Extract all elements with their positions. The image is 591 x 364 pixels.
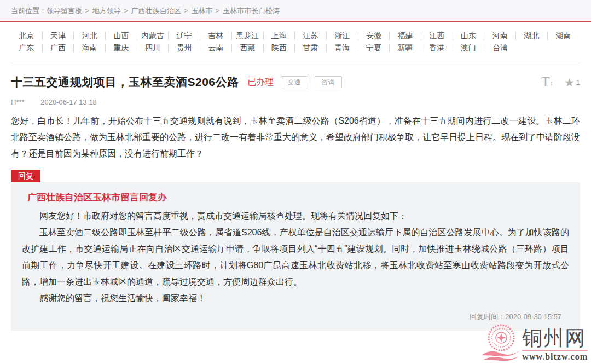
nav-item-province[interactable]: 广东 — [11, 44, 43, 52]
nav-item-province[interactable]: 内蒙古 — [137, 32, 169, 40]
reply-badge: 回复 — [11, 170, 40, 182]
post-title-row: 十三五交通规划项目，玉林至卖酒S206公路 已办理 交通咨询 T↕ ★ 1 — [11, 74, 580, 90]
province-nav: 北京天津河北山西内蒙古辽宁吉林黑龙江上海江苏浙江安徽福建江西山东河南湖北湖南 广… — [11, 22, 580, 63]
font-size-icon[interactable]: T↕ — [541, 75, 553, 90]
nav-item-province[interactable]: 河北 — [74, 32, 106, 40]
nav-item-province[interactable]: 湖南 — [548, 32, 580, 40]
breadcrumb-label: 当前位置： — [11, 7, 47, 15]
nav-item-province[interactable]: 西藏 — [232, 44, 264, 52]
reply-office-title: 广西壮族自治区玉林市留言回复办 — [27, 191, 569, 204]
category-tag: 咨询 — [315, 76, 342, 88]
reply-paragraph: 玉林至卖酒二级公路即玉林至桂平二级公路，属省道S206线，产权单位是自治区交通运… — [22, 224, 569, 290]
category-tag: 交通 — [281, 76, 308, 88]
breadcrumb-link[interactable]: 玉林市 — [191, 7, 223, 15]
reply-paragraph: 感谢您的留言，祝您生活愉快，阖家幸福！ — [22, 290, 569, 307]
reply-body: 网友您好！市政府对您的留言高度重视，责成市交通运输局核查处理。现将有关情况回复如… — [22, 208, 569, 307]
nav-item-province[interactable]: 湖北 — [516, 32, 548, 40]
nav-item-province[interactable]: 新疆 — [390, 44, 421, 52]
message-post: 十三五交通规划项目，玉林至卖酒S206公路 已办理 交通咨询 T↕ ★ 1 H*… — [11, 74, 580, 162]
nav-item-province[interactable]: 澳门 — [453, 44, 485, 52]
breadcrumb-link[interactable]: 地方领导 — [92, 7, 131, 15]
watermark-underline — [522, 350, 588, 351]
nav-item-province[interactable]: 上海 — [264, 32, 296, 40]
nav-item-province[interactable]: 江西 — [421, 32, 453, 40]
reply-paragraph: 网友您好！市政府对您的留言高度重视，责成市交通运输局核查处理。现将有关情况回复如… — [22, 208, 569, 224]
nav-item-province[interactable]: 山东 — [453, 32, 485, 40]
seal-logo-icon — [479, 323, 521, 363]
status-badge: 已办理 — [248, 77, 274, 88]
nav-item-province[interactable]: 重庆 — [106, 44, 137, 52]
breadcrumb-link[interactable]: 领导留言板 — [47, 7, 92, 15]
post-title: 十三五交通规划项目，玉林至卖酒S206公路 — [11, 74, 239, 90]
nav-item-province[interactable]: 北京 — [11, 32, 43, 40]
site-url: www.bltzw.com — [522, 352, 588, 362]
nav-item-province[interactable]: 辽宁 — [169, 32, 200, 40]
nav-item-province[interactable]: 广西 — [43, 44, 74, 52]
nav-item-province[interactable]: 甘肃 — [295, 44, 327, 52]
province-nav-row-2: 广东广西海南重庆四川贵州云南西藏陕西甘肃青海宁夏新疆香港澳门台湾 — [11, 44, 580, 52]
post-date: 2020-06-17 13:18 — [40, 98, 97, 106]
post-tools: T↕ ★ 1 — [541, 75, 580, 90]
site-watermark: 铜州网 www.bltzw.com — [479, 323, 588, 363]
nav-item-province[interactable]: 四川 — [137, 44, 169, 52]
site-name: 铜州网 — [522, 327, 588, 349]
post-author: H*** — [11, 98, 25, 106]
breadcrumb-links: 领导留言板地方领导广西壮族自治区玉林市玉林市市长白松涛 — [47, 7, 280, 15]
nav-item-province[interactable]: 山西 — [106, 32, 137, 40]
breadcrumb-link[interactable]: 广西壮族自治区 — [131, 7, 192, 15]
province-nav-row-1: 北京天津河北山西内蒙古辽宁吉林黑龙江上海江苏浙江安徽福建江西山东河南湖北湖南 — [11, 32, 580, 40]
nav-item-province[interactable]: 青海 — [327, 44, 358, 52]
post-meta: H*** 2020-06-17 13:18 — [11, 98, 580, 106]
nav-item-province[interactable]: 浙江 — [327, 32, 358, 40]
breadcrumb-link[interactable]: 玉林市市长白松涛 — [223, 7, 280, 15]
nav-item-province[interactable]: 天津 — [43, 32, 74, 40]
nav-item-province[interactable]: 安徽 — [358, 32, 390, 40]
nav-item-province[interactable]: 宁夏 — [358, 44, 390, 52]
nav-item-province[interactable]: 云南 — [200, 44, 232, 52]
font-size-glyph: T — [541, 74, 549, 89]
nav-item-province[interactable]: 福建 — [390, 32, 421, 40]
font-size-arrows: ↕ — [549, 79, 553, 87]
reply-time: 回复时间：2020-09-30 15:57 — [22, 312, 569, 322]
reply-section: 回复 广西壮族自治区玉林市留言回复办 网友您好！市政府对您的留言高度重视，责成市… — [11, 170, 580, 331]
post-tags: 交通咨询 — [274, 76, 342, 88]
favorite-count: 1 — [576, 78, 580, 86]
nav-item-province[interactable]: 吉林 — [200, 32, 232, 40]
breadcrumb: 当前位置：领导留言板地方领导广西壮族自治区玉林市玉林市市长白松涛 — [0, 0, 591, 22]
watermark-text: 铜州网 www.bltzw.com — [522, 327, 588, 363]
favorite-star-icon[interactable]: ★ — [564, 77, 575, 88]
post-body: 您好，白市长！几年前，开始公布十三五交通规则就有说到，玉林至卖酒二级公路（S20… — [11, 113, 580, 162]
nav-item-province[interactable]: 台湾 — [484, 44, 516, 52]
nav-item-province[interactable]: 香港 — [421, 44, 453, 52]
nav-item-province[interactable]: 陕西 — [264, 44, 296, 52]
reply-panel: 广西壮族自治区玉林市留言回复办 网友您好！市政府对您的留言高度重视，责成市交通运… — [11, 182, 580, 331]
nav-item-province[interactable]: 江苏 — [295, 32, 327, 40]
nav-item-province[interactable]: 海南 — [74, 44, 106, 52]
nav-item-province[interactable]: 黑龙江 — [232, 32, 264, 40]
nav-item-province[interactable]: 贵州 — [169, 44, 200, 52]
nav-item-province[interactable]: 河南 — [484, 32, 516, 40]
